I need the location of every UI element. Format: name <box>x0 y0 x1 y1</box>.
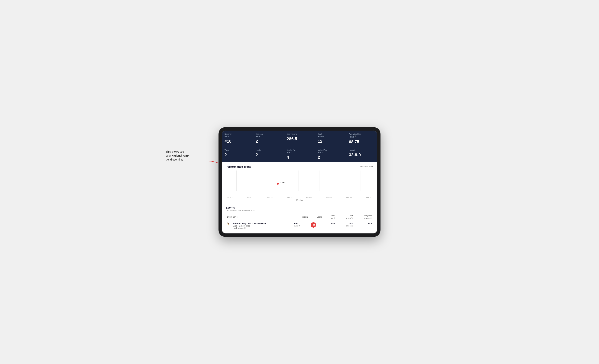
events-table-body: 🦅 Buster Cozy Cup – Stroke Play Oct 9 - … <box>226 221 373 231</box>
stat-wins: Wins 2 <box>222 147 253 162</box>
stat-top3s: Top 3s 2 <box>253 147 284 162</box>
col-event-sg: EventSG ⓘ <box>323 213 337 221</box>
scene: This shows you your National Rank trend … <box>200 127 399 237</box>
event-sg-cell: 0.45 <box>323 221 337 231</box>
annotation-line2-pre: your <box>166 154 172 157</box>
col-total-points: TotalPoints ⓘ <box>337 213 355 221</box>
chart-data-point <box>277 183 279 185</box>
stat-match-play-events: Match PlayEvents 2 <box>315 147 346 162</box>
tablet-frame: NationalRank #10 RegionalRank 2 Scoring … <box>219 127 380 237</box>
tablet-screen: NationalRank #10 RegionalRank 2 Scoring … <box>222 131 377 233</box>
stat-avg-weighted-points: Avg. WeightedPoints ⓘ 68.75 <box>346 131 377 146</box>
event-weighted-points-cell: 28.3 <box>355 221 373 231</box>
annotation-line1: This shows you <box>166 150 184 153</box>
chart-svg: • #10 <box>226 170 373 195</box>
events-table-header: Event Name Position Score EventSG ⓘ Tota… <box>226 213 373 221</box>
stats-row-2: Wins 2 Top 3s 2 Stroke PlayEvents 4 Matc… <box>222 147 377 162</box>
event-score-badge: -22 <box>311 222 316 228</box>
performance-header: Performance Trend National Rank <box>226 165 373 168</box>
performance-trend-section: Performance Trend National Rank <box>222 162 377 203</box>
performance-chart: • #10 <box>226 170 373 195</box>
events-title: Events <box>226 206 373 209</box>
event-name: Buster Cozy Cup – Stroke Play <box>233 222 291 225</box>
col-event-name: Event Name <box>226 213 293 221</box>
chart-data-label: • #10 <box>281 181 285 184</box>
event-score-cell: -22 <box>309 221 323 231</box>
performance-title: Performance Trend <box>226 165 251 168</box>
event-rank-impact: Rank Impact: 3 ▼ <box>233 227 291 229</box>
stat-national-rank: NationalRank #10 <box>222 131 253 146</box>
event-details-cell: Buster Cozy Cup – Stroke Play Oct 9 - Oc… <box>231 221 293 231</box>
table-row: 🦅 Buster Cozy Cup – Stroke Play Oct 9 - … <box>226 221 373 231</box>
event-position-cell: 6th out of 7 <box>293 221 309 231</box>
events-last-updated: Last updated: 24th November 2023 <box>226 210 373 212</box>
events-table: Event Name Position Score EventSG ⓘ Tota… <box>226 213 373 231</box>
stat-total-rounds: TotalRounds 12 <box>315 131 346 146</box>
annotation: This shows you your National Rank trend … <box>166 150 203 162</box>
events-section: Events Last updated: 24th November 2023 … <box>222 203 377 233</box>
performance-subtitle: National Rank <box>360 165 373 168</box>
stat-scoring-avg: Scoring Avg. 286.5 <box>284 131 315 146</box>
event-icon-cell: 🦅 <box>226 221 231 231</box>
chart-x-axis-label: Months <box>226 199 373 201</box>
event-position: 6th <box>294 222 308 225</box>
stats-row-1: NationalRank #10 RegionalRank 2 Scoring … <box>222 131 377 146</box>
chart-x-labels: OCT 23 NOV 23 DEC 23 JAN 24 FEB 24 MAR 2… <box>226 196 373 198</box>
event-position-sub: out of 7 <box>294 225 308 227</box>
stat-record: Record 32-8-0 <box>346 147 377 162</box>
annotation-national-rank: National Rank <box>172 154 189 157</box>
event-rounds-sub: 3 Rounds <box>346 225 353 227</box>
col-weighted-points: WeightedPoints ⓘ <box>355 213 373 221</box>
col-score: Score <box>309 213 323 221</box>
annotation-line3: trend over time <box>166 158 183 161</box>
event-date: Oct 9 - Oct 10, 2023 <box>233 225 291 227</box>
event-total-points-cell: 28.33 Rounds <box>337 221 355 231</box>
col-position: Position <box>293 213 309 221</box>
stat-regional-rank: RegionalRank 2 <box>253 131 284 146</box>
stat-stroke-play-events: Stroke PlayEvents 4 <box>284 147 315 162</box>
